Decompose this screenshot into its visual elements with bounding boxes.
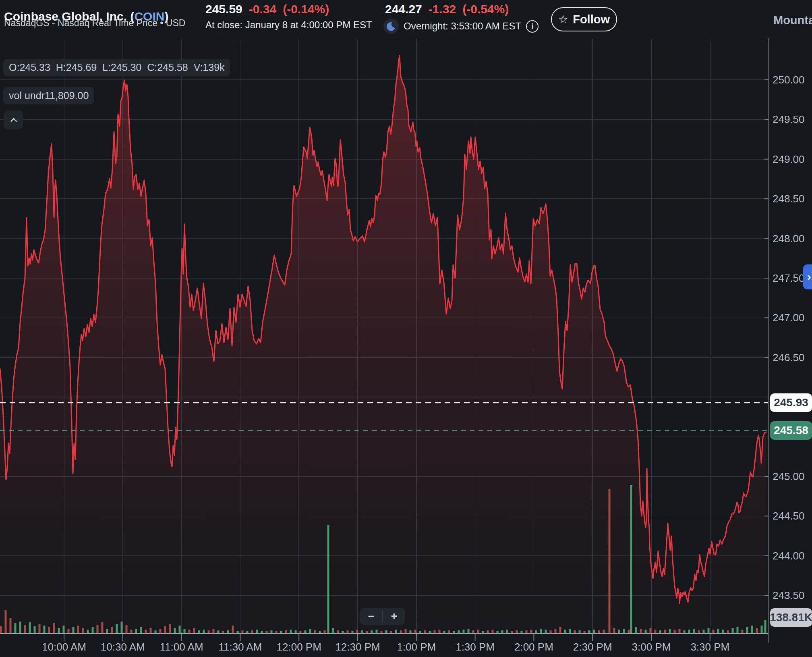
x-axis-label: 10:30 AM bbox=[101, 641, 145, 653]
volume-bar bbox=[271, 630, 273, 634]
volume-bar bbox=[174, 628, 176, 634]
volume-bar bbox=[410, 630, 412, 634]
x-axis-label: 1:30 PM bbox=[456, 641, 495, 653]
volume-bar bbox=[574, 630, 576, 634]
volume-bar bbox=[121, 622, 123, 634]
volume-bar bbox=[405, 629, 407, 634]
price-chart[interactable] bbox=[0, 0, 812, 657]
y-axis-label: 249.50 bbox=[773, 113, 805, 126]
volume-bar bbox=[376, 630, 378, 634]
zoom-in-button[interactable]: + bbox=[383, 608, 405, 625]
volume-bar bbox=[304, 630, 307, 634]
volume-bar bbox=[242, 630, 244, 634]
chevron-up-icon bbox=[9, 116, 18, 125]
x-axis-label: 3:30 PM bbox=[690, 641, 729, 653]
volume-bar bbox=[0, 626, 2, 634]
volume-bar bbox=[227, 630, 229, 634]
volume-bar bbox=[324, 630, 326, 634]
volume-bar bbox=[19, 622, 21, 634]
volume-bar bbox=[698, 630, 700, 634]
volume-bar bbox=[126, 625, 128, 634]
volume-bar bbox=[347, 630, 349, 634]
volume-bar bbox=[337, 630, 339, 634]
volume-bar bbox=[111, 627, 113, 634]
volume-bar bbox=[188, 630, 191, 634]
volume-bar bbox=[545, 630, 547, 634]
volume-bar bbox=[487, 630, 489, 634]
volume-bar bbox=[684, 630, 686, 634]
volume-bar bbox=[414, 630, 416, 634]
volume-bar bbox=[309, 629, 311, 634]
volume-bar bbox=[516, 630, 518, 634]
volume-bar bbox=[756, 628, 758, 634]
volume-bar bbox=[251, 630, 253, 634]
volume-bar bbox=[640, 629, 642, 634]
volume-bar bbox=[295, 630, 297, 634]
volume-bar bbox=[102, 622, 104, 634]
volume-bar bbox=[68, 629, 70, 634]
volume-bar bbox=[623, 629, 625, 634]
volume-bar bbox=[703, 630, 705, 634]
x-axis-label: 11:00 AM bbox=[160, 641, 203, 653]
volume-bar bbox=[395, 630, 397, 634]
volume-bar bbox=[526, 630, 528, 634]
volume-bar bbox=[664, 630, 666, 634]
volume-bar bbox=[218, 630, 220, 634]
volume-bar bbox=[713, 630, 715, 634]
volume-bar bbox=[742, 630, 744, 634]
volume-bar bbox=[135, 629, 137, 634]
volume-bar bbox=[530, 630, 532, 634]
volume-bar bbox=[751, 626, 753, 634]
volume-bar bbox=[613, 628, 615, 634]
y-axis-label: 248.00 bbox=[773, 233, 805, 245]
volume-bar bbox=[659, 630, 661, 634]
y-axis-label: 244.00 bbox=[773, 550, 805, 562]
volume-bar bbox=[693, 629, 695, 634]
volume-bar bbox=[140, 627, 142, 634]
y-axis-label: 249.00 bbox=[773, 153, 805, 166]
volume-bar bbox=[48, 627, 50, 634]
zoom-out-button[interactable]: − bbox=[360, 608, 382, 625]
volume-bar bbox=[669, 629, 671, 634]
y-axis-label: 246.50 bbox=[773, 351, 805, 364]
volume-bar bbox=[540, 629, 542, 634]
ohlc-readout: O:245.33 H:245.69 L:245.30 C:245.58 V:13… bbox=[3, 59, 230, 76]
volume-bar bbox=[506, 630, 508, 634]
volume-bar bbox=[164, 626, 166, 634]
collapse-legend-button[interactable] bbox=[4, 110, 23, 129]
volume-bar bbox=[193, 628, 195, 634]
volume-bar bbox=[645, 630, 647, 634]
volume-bar bbox=[92, 627, 94, 634]
expand-panel-handle[interactable]: › bbox=[803, 264, 812, 289]
volume-bar bbox=[82, 628, 84, 634]
volume-bar bbox=[106, 629, 108, 634]
volume-bar bbox=[29, 622, 31, 634]
volume-bar bbox=[256, 630, 258, 634]
volume-bar bbox=[53, 623, 55, 634]
volume-bar bbox=[679, 629, 681, 634]
volume-bar bbox=[87, 630, 89, 634]
volume-bar bbox=[434, 630, 436, 634]
volume-bar bbox=[535, 630, 537, 634]
volume-bar bbox=[145, 630, 147, 634]
volume-bar bbox=[44, 626, 46, 634]
volume-bar bbox=[39, 624, 41, 634]
x-axis-label: 2:00 PM bbox=[514, 641, 553, 653]
volume-bar bbox=[34, 626, 36, 634]
volume-bar bbox=[458, 630, 460, 634]
volume-bar bbox=[618, 630, 620, 634]
yahoo-finance-quote-page: { "header": { "title_prefix": "Coinbase … bbox=[0, 0, 812, 657]
volume-bar bbox=[569, 629, 571, 634]
volume-bar bbox=[150, 628, 152, 634]
y-axis-label: 247.00 bbox=[773, 312, 805, 324]
x-axis-label: 10:00 AM bbox=[42, 641, 86, 653]
volume-bar bbox=[732, 628, 734, 634]
volume-bar bbox=[708, 628, 710, 634]
zoom-controls: − + bbox=[360, 608, 405, 625]
volume-bar bbox=[477, 630, 479, 634]
volume-bar bbox=[628, 630, 630, 634]
volume-bar bbox=[727, 630, 729, 634]
volume-bar bbox=[314, 630, 316, 634]
volume-bar bbox=[468, 629, 470, 634]
vol-under-label: vol undr bbox=[9, 90, 45, 101]
